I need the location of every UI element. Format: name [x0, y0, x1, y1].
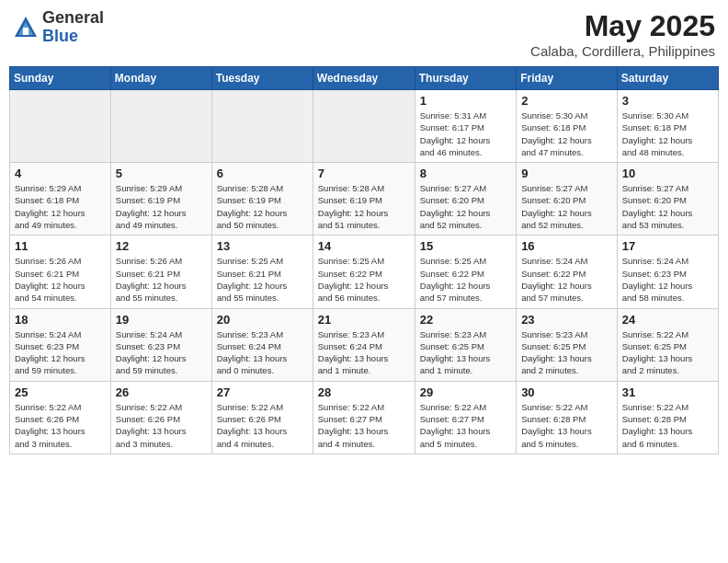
day-number: 10: [622, 167, 713, 180]
day-number: 16: [521, 239, 612, 253]
calendar-cell: 14Sunrise: 5:25 AMSunset: 6:22 PMDayligh…: [313, 236, 415, 308]
weekday-header-saturday: Saturday: [617, 67, 718, 90]
day-info: Sunrise: 5:24 AMSunset: 6:23 PMDaylight:…: [622, 255, 713, 304]
calendar-cell: 22Sunrise: 5:23 AMSunset: 6:25 PMDayligh…: [415, 308, 516, 381]
day-number: 1: [420, 94, 511, 108]
calendar-cell: 16Sunrise: 5:24 AMSunset: 6:22 PMDayligh…: [517, 236, 618, 308]
day-number: 28: [318, 385, 410, 399]
weekday-header-row: SundayMondayTuesdayWednesdayThursdayFrid…: [10, 67, 719, 90]
day-number: 11: [15, 239, 106, 253]
calendar-cell: 10Sunrise: 5:27 AMSunset: 6:20 PMDayligh…: [617, 163, 718, 236]
logo-text: General Blue: [42, 9, 104, 46]
day-info: Sunrise: 5:26 AMSunset: 6:21 PMDaylight:…: [116, 255, 207, 304]
day-info: Sunrise: 5:24 AMSunset: 6:23 PMDaylight:…: [15, 328, 106, 377]
day-info: Sunrise: 5:22 AMSunset: 6:25 PMDaylight:…: [622, 328, 713, 377]
day-number: 19: [116, 313, 207, 327]
day-number: 4: [15, 167, 106, 180]
calendar-cell: 26Sunrise: 5:22 AMSunset: 6:26 PMDayligh…: [110, 381, 211, 454]
day-number: 31: [622, 385, 713, 399]
day-number: 15: [420, 239, 511, 253]
day-info: Sunrise: 5:25 AMSunset: 6:22 PMDaylight:…: [420, 255, 511, 304]
day-number: 24: [622, 313, 713, 327]
day-info: Sunrise: 5:25 AMSunset: 6:21 PMDaylight:…: [217, 255, 308, 304]
day-number: 23: [521, 313, 612, 327]
logo: General Blue: [13, 9, 104, 46]
calendar-week-row: 4Sunrise: 5:29 AMSunset: 6:18 PMDaylight…: [10, 163, 719, 236]
day-number: 20: [217, 313, 308, 327]
day-info: Sunrise: 5:26 AMSunset: 6:21 PMDaylight:…: [15, 255, 106, 304]
weekday-header-monday: Monday: [110, 67, 211, 90]
calendar-cell: 15Sunrise: 5:25 AMSunset: 6:22 PMDayligh…: [415, 236, 516, 308]
page-header: General Blue May 2025 Calaba, Cordillera…: [9, 9, 719, 59]
calendar-cell: 31Sunrise: 5:22 AMSunset: 6:28 PMDayligh…: [617, 381, 718, 454]
day-info: Sunrise: 5:23 AMSunset: 6:24 PMDaylight:…: [217, 328, 308, 377]
calendar-cell: 2Sunrise: 5:30 AMSunset: 6:18 PMDaylight…: [517, 90, 618, 163]
day-number: 2: [521, 94, 612, 108]
day-info: Sunrise: 5:28 AMSunset: 6:19 PMDaylight:…: [217, 182, 308, 231]
calendar-week-row: 18Sunrise: 5:24 AMSunset: 6:23 PMDayligh…: [10, 308, 719, 381]
day-info: Sunrise: 5:22 AMSunset: 6:28 PMDaylight:…: [622, 401, 713, 450]
logo-general: General: [42, 8, 104, 27]
day-info: Sunrise: 5:22 AMSunset: 6:26 PMDaylight:…: [15, 401, 106, 450]
calendar-cell: 29Sunrise: 5:22 AMSunset: 6:27 PMDayligh…: [415, 381, 516, 454]
day-number: 12: [116, 239, 207, 253]
calendar-week-row: 25Sunrise: 5:22 AMSunset: 6:26 PMDayligh…: [10, 381, 719, 454]
day-number: 21: [318, 313, 410, 327]
logo-icon: [13, 15, 39, 40]
day-info: Sunrise: 5:22 AMSunset: 6:27 PMDaylight:…: [318, 401, 410, 450]
calendar-week-row: 1Sunrise: 5:31 AMSunset: 6:17 PMDaylight…: [10, 90, 719, 163]
day-number: 13: [217, 239, 308, 253]
day-number: 27: [217, 385, 308, 399]
day-info: Sunrise: 5:30 AMSunset: 6:18 PMDaylight:…: [622, 109, 713, 158]
day-number: 14: [318, 239, 410, 253]
calendar-cell: 6Sunrise: 5:28 AMSunset: 6:19 PMDaylight…: [211, 163, 313, 236]
calendar-cell: 25Sunrise: 5:22 AMSunset: 6:26 PMDayligh…: [10, 381, 111, 454]
day-info: Sunrise: 5:28 AMSunset: 6:19 PMDaylight:…: [318, 182, 410, 231]
calendar-cell: 1Sunrise: 5:31 AMSunset: 6:17 PMDaylight…: [415, 90, 516, 163]
calendar-cell: [313, 90, 415, 163]
svg-rect-2: [23, 28, 28, 35]
day-info: Sunrise: 5:27 AMSunset: 6:20 PMDaylight:…: [521, 182, 612, 231]
day-info: Sunrise: 5:27 AMSunset: 6:20 PMDaylight:…: [420, 182, 511, 231]
day-info: Sunrise: 5:29 AMSunset: 6:19 PMDaylight:…: [116, 182, 207, 231]
calendar-cell: [10, 90, 111, 163]
weekday-header-friday: Friday: [517, 67, 618, 90]
calendar-cell: 7Sunrise: 5:28 AMSunset: 6:19 PMDaylight…: [313, 163, 415, 236]
day-number: 18: [15, 313, 106, 327]
calendar-cell: 18Sunrise: 5:24 AMSunset: 6:23 PMDayligh…: [10, 308, 111, 381]
weekday-header-tuesday: Tuesday: [211, 67, 313, 90]
location-title: Calaba, Cordillera, Philippines: [530, 43, 715, 59]
day-number: 29: [420, 385, 511, 399]
day-info: Sunrise: 5:22 AMSunset: 6:26 PMDaylight:…: [116, 401, 207, 450]
calendar-cell: 13Sunrise: 5:25 AMSunset: 6:21 PMDayligh…: [211, 236, 313, 308]
weekday-header-thursday: Thursday: [415, 67, 516, 90]
calendar-table: SundayMondayTuesdayWednesdayThursdayFrid…: [9, 66, 719, 454]
calendar-cell: 28Sunrise: 5:22 AMSunset: 6:27 PMDayligh…: [313, 381, 415, 454]
day-info: Sunrise: 5:24 AMSunset: 6:23 PMDaylight:…: [116, 328, 207, 377]
day-info: Sunrise: 5:23 AMSunset: 6:25 PMDaylight:…: [420, 328, 511, 377]
logo-blue: Blue: [42, 27, 78, 45]
calendar-cell: 8Sunrise: 5:27 AMSunset: 6:20 PMDaylight…: [415, 163, 516, 236]
calendar-cell: 3Sunrise: 5:30 AMSunset: 6:18 PMDaylight…: [617, 90, 718, 163]
day-info: Sunrise: 5:22 AMSunset: 6:28 PMDaylight:…: [521, 401, 612, 450]
day-number: 5: [116, 167, 207, 180]
day-info: Sunrise: 5:30 AMSunset: 6:18 PMDaylight:…: [521, 109, 612, 158]
day-number: 9: [521, 167, 612, 180]
day-info: Sunrise: 5:23 AMSunset: 6:25 PMDaylight:…: [521, 328, 612, 377]
calendar-cell: 20Sunrise: 5:23 AMSunset: 6:24 PMDayligh…: [211, 308, 313, 381]
calendar-cell: 27Sunrise: 5:22 AMSunset: 6:26 PMDayligh…: [211, 381, 313, 454]
day-number: 30: [521, 385, 612, 399]
day-number: 17: [622, 239, 713, 253]
calendar-cell: [211, 90, 313, 163]
day-number: 8: [420, 167, 511, 180]
day-number: 6: [217, 167, 308, 180]
day-info: Sunrise: 5:24 AMSunset: 6:22 PMDaylight:…: [521, 255, 612, 304]
calendar-week-row: 11Sunrise: 5:26 AMSunset: 6:21 PMDayligh…: [10, 236, 719, 308]
calendar-cell: [110, 90, 211, 163]
weekday-header-sunday: Sunday: [10, 67, 111, 90]
title-block: May 2025 Calaba, Cordillera, Philippines: [530, 9, 715, 59]
calendar-cell: 5Sunrise: 5:29 AMSunset: 6:19 PMDaylight…: [110, 163, 211, 236]
day-info: Sunrise: 5:31 AMSunset: 6:17 PMDaylight:…: [420, 109, 511, 158]
calendar-cell: 24Sunrise: 5:22 AMSunset: 6:25 PMDayligh…: [617, 308, 718, 381]
calendar-cell: 21Sunrise: 5:23 AMSunset: 6:24 PMDayligh…: [313, 308, 415, 381]
